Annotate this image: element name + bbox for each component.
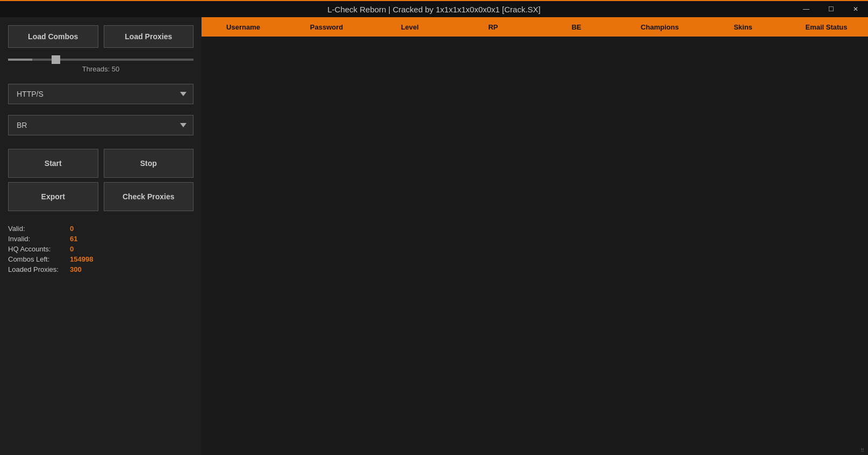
stop-button[interactable]: Stop xyxy=(104,149,194,178)
export-button[interactable]: Export xyxy=(8,182,98,211)
col-skins: Skins xyxy=(701,23,785,31)
valid-label: Valid: xyxy=(8,225,67,233)
hq-accounts-label: HQ Accounts: xyxy=(8,245,67,253)
right-panel: Username Password Level RP BE Champions … xyxy=(202,17,868,455)
col-password: Password xyxy=(285,23,368,31)
load-combos-button[interactable]: Load Combos xyxy=(8,25,98,48)
threads-slider-container: Threads: 50 xyxy=(8,59,193,73)
stats-container: Valid: 0 Invalid: 61 HQ Accounts: 0 Comb… xyxy=(8,225,193,273)
combos-left-label: Combos Left: xyxy=(8,255,67,263)
col-champions: Champions xyxy=(618,23,701,31)
stat-combos-row: Combos Left: 154998 xyxy=(8,255,193,263)
export-check-row: Export Check Proxies xyxy=(8,182,193,211)
main-container: Load Combos Load Proxies Threads: 50 HTT… xyxy=(0,17,868,455)
col-email-status: Email Status xyxy=(785,23,868,31)
stat-hq-row: HQ Accounts: 0 xyxy=(8,245,193,253)
valid-value: 0 xyxy=(70,225,74,233)
col-rp: RP xyxy=(451,23,535,31)
start-stop-row: Start Stop xyxy=(8,149,193,178)
table-header: Username Password Level RP BE Champions … xyxy=(202,17,868,37)
combos-left-value: 154998 xyxy=(70,255,93,263)
threads-label: Threads: 50 xyxy=(8,65,193,73)
stat-valid-row: Valid: 0 xyxy=(8,225,193,233)
invalid-label: Invalid: xyxy=(8,235,67,243)
close-button[interactable]: ✕ xyxy=(843,1,868,17)
minimize-button[interactable]: — xyxy=(794,1,819,17)
slider-wrapper xyxy=(8,59,193,61)
left-panel: Load Combos Load Proxies Threads: 50 HTT… xyxy=(0,17,202,455)
stat-invalid-row: Invalid: 61 xyxy=(8,235,193,243)
check-proxies-button[interactable]: Check Proxies xyxy=(104,182,194,211)
proxy-type-wrapper: HTTP/S SOCKS4 SOCKS5 xyxy=(8,84,193,104)
window-controls: — ☐ ✕ xyxy=(794,1,868,17)
start-button[interactable]: Start xyxy=(8,149,98,178)
col-level: Level xyxy=(368,23,451,31)
action-buttons: Start Stop Export Check Proxies xyxy=(8,149,193,211)
table-body xyxy=(202,37,868,455)
threads-slider[interactable] xyxy=(8,59,193,61)
col-be: BE xyxy=(535,23,618,31)
resize-handle[interactable]: ⠿ xyxy=(860,447,867,454)
region-wrapper: BR NA EUW EUNE LAS LAN OCE RU TR JP KR xyxy=(8,115,193,135)
loaded-proxies-value: 300 xyxy=(70,265,82,273)
app-title: L-Check Reborn | Cracked by 1x1x1x1x0x0x… xyxy=(327,5,541,14)
stat-proxies-row: Loaded Proxies: 300 xyxy=(8,265,193,273)
invalid-value: 61 xyxy=(70,235,77,243)
title-bar: L-Check Reborn | Cracked by 1x1x1x1x0x0x… xyxy=(0,0,868,17)
region-dropdown[interactable]: BR NA EUW EUNE LAS LAN OCE RU TR JP KR xyxy=(8,115,193,135)
top-buttons-row: Load Combos Load Proxies xyxy=(8,25,193,48)
hq-accounts-value: 0 xyxy=(70,245,74,253)
load-proxies-button[interactable]: Load Proxies xyxy=(104,25,194,48)
proxy-type-dropdown[interactable]: HTTP/S SOCKS4 SOCKS5 xyxy=(8,84,193,104)
maximize-button[interactable]: ☐ xyxy=(819,1,843,17)
loaded-proxies-label: Loaded Proxies: xyxy=(8,265,67,273)
col-username: Username xyxy=(202,23,285,31)
